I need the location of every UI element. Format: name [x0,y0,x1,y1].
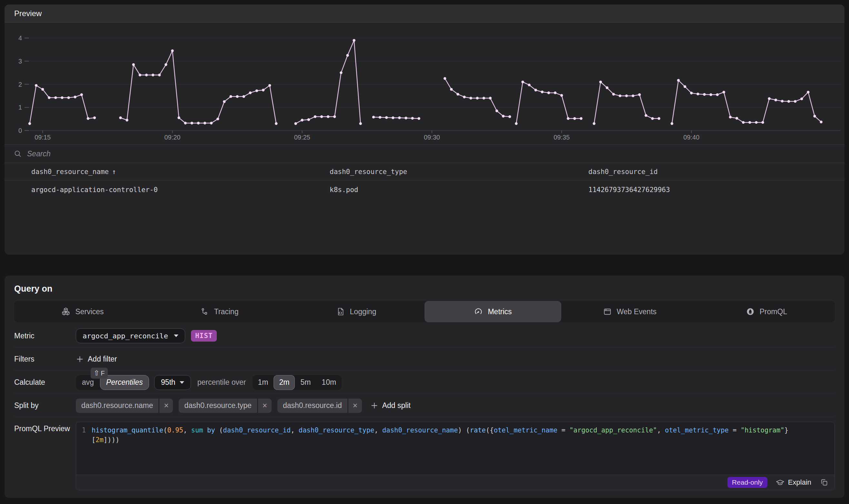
window-option-10m[interactable]: 10m [316,375,342,390]
split-chips: dash0.resource.name×dash0.resource.type×… [76,399,368,413]
calculate-row: Calculate avgPercentiles 95th percentile… [14,371,835,394]
metric-select[interactable]: argocd_app_reconcile [76,328,185,343]
tab-services[interactable]: Services [14,301,151,322]
search-input[interactable] [27,149,835,158]
filters-row: Filters Add filter [14,347,835,371]
remove-split-icon[interactable]: × [258,399,272,413]
preview-panel: Preview 0123409:1509:2009:2509:3009:3509… [4,4,845,255]
add-filter-label: Add filter [88,355,117,363]
tab-label: Web Events [617,307,657,316]
svg-text:09:30: 09:30 [424,134,440,141]
percentile-select[interactable]: 95th [154,375,191,390]
svg-text:09:25: 09:25 [294,134,310,141]
add-filter-button[interactable]: Add filter [76,355,117,363]
svg-text:3: 3 [18,58,22,65]
explain-label: Explain [788,478,811,487]
split-chip-label[interactable]: dash0.resource.id [277,399,347,413]
percentile-select-value: 95th [161,378,175,387]
metric-row: Metric argocd_app_reconcile HIST [14,324,835,347]
preview-title: Preview [14,9,41,18]
column-header-resource-id[interactable]: dash0_resource_id [588,168,835,176]
promql-editor-toolbar: Read-only Explain [76,475,834,490]
split-chip-label[interactable]: dash0.resource.type [179,399,257,413]
explain-button[interactable]: Explain [776,478,811,487]
metrics-icon [474,307,483,316]
promql-label: PromQL Preview [14,422,76,433]
remove-split-icon[interactable]: × [348,399,362,413]
logging-icon [336,307,345,316]
tracing-icon [200,307,209,316]
code-line: histogram_quantile(0.95, sum by (dash0_r… [92,425,789,435]
tab-promql[interactable]: PromQL [698,301,835,322]
window-toggle: 1m2m5m10m [253,375,342,390]
metric-select-value: argocd_app_reconcile [83,332,168,340]
promql-row: PromQL Preview 1histogram_quantile(0.95,… [14,417,835,493]
svg-text:09:20: 09:20 [164,134,180,141]
cell-resource-name: argocd-application-controller-0 [31,186,330,194]
filters-label: Filters [14,355,76,363]
split-chip-dash0.resource.type: dash0.resource.type× [179,399,271,413]
tab-label: PromQL [760,307,787,316]
shortcut-key: F [101,370,105,377]
chevron-down-icon [174,335,178,337]
window-option-2m[interactable]: 2m [274,375,295,390]
graduation-cap-icon [776,478,784,487]
remove-split-icon[interactable]: × [159,399,173,413]
svg-text:09:15: 09:15 [35,134,51,141]
query-rows: Metric argocd_app_reconcile HIST Filters [4,322,845,498]
column-header-label: dash0_resource_name [31,168,109,176]
aggregation-toggle: avgPercentiles [76,375,149,390]
line-number: 1 [76,425,92,435]
table-header: dash0_resource_name ↑ dash0_resource_typ… [4,163,845,180]
plus-icon [370,401,378,410]
line-chart: 0123409:1509:2009:2509:3009:3509:40 [4,22,845,144]
promql-icon [746,307,755,316]
svg-text:1: 1 [18,104,22,111]
calculate-label: Calculate [14,378,76,387]
sort-asc-icon: ↑ [112,168,116,176]
splitby-label: Split by [14,401,76,410]
tab-web-events[interactable]: Web Events [561,301,698,322]
page: Preview 0123409:1509:2009:2509:3009:3509… [0,0,849,502]
tab-metrics[interactable]: Metrics [424,301,561,322]
tab-tracing[interactable]: Tracing [151,301,288,322]
search-bar [4,144,845,163]
svg-text:09:40: 09:40 [683,134,699,141]
svg-text:2: 2 [18,81,22,88]
svg-text:09:35: 09:35 [554,134,570,141]
query-title: Query on [14,284,835,294]
promql-editor[interactable]: 1histogram_quantile(0.95, sum by (dash0_… [76,422,835,490]
promql-code: 1histogram_quantile(0.95, sum by (dash0_… [76,422,834,475]
split-chip-label[interactable]: dash0.resource.name [76,399,158,413]
tab-logging[interactable]: Logging [288,301,424,322]
preview-chart: 0123409:1509:2009:2509:3009:3509:40 [4,22,845,144]
window-option-1m[interactable]: 1m [253,375,274,390]
metric-type-badge: HIST [191,330,217,342]
readonly-badge: Read-only [727,477,767,488]
window-option-5m[interactable]: 5m [295,375,316,390]
cell-resource-type: k8s.pod [330,186,588,194]
table-row[interactable]: argocd-application-controller-0k8s.pod11… [4,180,845,199]
column-header-resource-type[interactable]: dash0_resource_type [330,168,588,176]
add-split-label: Add split [382,401,411,410]
percentile-over-text: percentile over [197,378,246,387]
splitby-row: Split by dash0.resource.name×dash0.resou… [14,394,835,417]
add-split-button[interactable]: Add split [370,401,411,410]
preview-header: Preview [4,4,845,22]
svg-text:4: 4 [18,35,22,41]
search-icon [14,149,22,158]
tab-label: Tracing [214,307,239,316]
split-chip-dash0.resource.id: dash0.resource.id× [277,399,362,413]
query-panel: Query on ServicesTracingLoggingMetricsWe… [4,275,845,498]
cell-resource-id: 11426793736427629963 [588,186,835,194]
keyboard-shortcut-hint: ⇧ F [91,368,108,379]
tab-label: Logging [350,307,377,316]
copy-button[interactable] [820,478,829,487]
web-events-icon [603,307,612,316]
column-header-resource-name[interactable]: dash0_resource_name ↑ [31,168,330,176]
chevron-down-icon [180,381,184,384]
table-body: argocd-application-controller-0k8s.pod11… [4,180,845,199]
query-tabbar: ServicesTracingLoggingMetricsWeb EventsP… [14,301,835,322]
svg-text:0: 0 [18,127,22,134]
code-line: [2m]))) [92,435,119,445]
